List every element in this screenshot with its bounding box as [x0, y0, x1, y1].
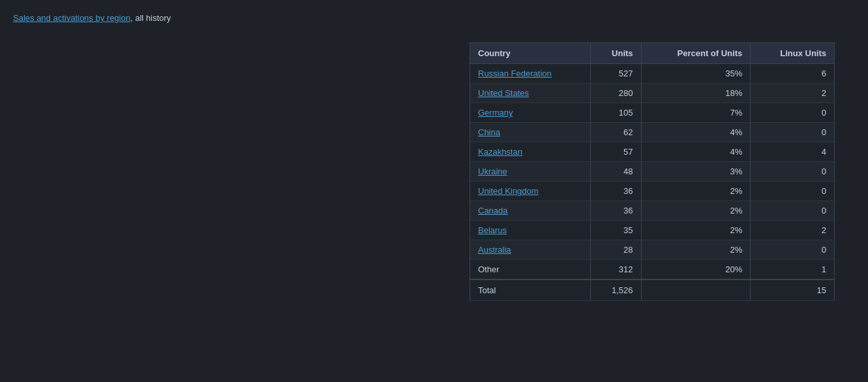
region-table: Country Units Percent of Units Linux Uni…: [470, 42, 835, 301]
cell-percent: 7%: [641, 103, 751, 123]
cell-units: 35: [591, 221, 641, 240]
country-link[interactable]: Russian Federation: [478, 69, 552, 78]
cell-linux: 0: [751, 123, 835, 142]
cell-linux: 0: [751, 201, 835, 221]
country-link[interactable]: Kazakhstan: [478, 147, 522, 157]
cell-linux: 0: [751, 103, 835, 123]
total-units: 1,526: [591, 279, 641, 301]
table-row: United States28018%2: [470, 84, 835, 103]
cell-percent: 3%: [641, 162, 751, 182]
cell-linux: 0: [751, 182, 835, 201]
table-total-row: Total1,52615: [470, 279, 835, 301]
cell-units: 28: [591, 240, 641, 260]
table-row: Australia282%0: [470, 240, 835, 260]
cell-country[interactable]: Canada: [470, 201, 591, 221]
cell-country[interactable]: Germany: [470, 103, 591, 123]
total-label: Total: [470, 279, 591, 301]
table-row: Canada362%0: [470, 201, 835, 221]
cell-country: Other: [470, 260, 591, 280]
table-header-row: Country Units Percent of Units Linux Uni…: [470, 43, 835, 64]
country-link[interactable]: United States: [478, 88, 529, 98]
table-row: Belarus352%2: [470, 221, 835, 240]
cell-country[interactable]: China: [470, 123, 591, 142]
total-linux: 15: [751, 279, 835, 301]
cell-country[interactable]: Ukraine: [470, 162, 591, 182]
sales-activations-link[interactable]: Sales and activations by region: [13, 13, 130, 23]
table-container: Country Units Percent of Units Linux Uni…: [470, 42, 855, 301]
cell-units: 280: [591, 84, 641, 103]
table-row: Other31220%1: [470, 260, 835, 280]
cell-units: 48: [591, 162, 641, 182]
cell-country[interactable]: Australia: [470, 240, 591, 260]
cell-units: 36: [591, 182, 641, 201]
cell-units: 312: [591, 260, 641, 280]
cell-percent: 35%: [641, 64, 751, 84]
country-link[interactable]: Belarus: [478, 225, 507, 235]
country-link[interactable]: Australia: [478, 245, 511, 255]
cell-country[interactable]: Russian Federation: [470, 64, 591, 84]
page-header: Sales and activations by region, all his…: [13, 13, 855, 23]
table-row: United Kingdom362%0: [470, 182, 835, 201]
cell-percent: 2%: [641, 201, 751, 221]
cell-linux: 0: [751, 240, 835, 260]
cell-linux: 2: [751, 84, 835, 103]
cell-linux: 1: [751, 260, 835, 280]
cell-percent: 20%: [641, 260, 751, 280]
col-units: Units: [591, 43, 641, 64]
cell-linux: 4: [751, 142, 835, 162]
cell-units: 527: [591, 64, 641, 84]
cell-percent: 2%: [641, 221, 751, 240]
col-percent: Percent of Units: [641, 43, 751, 64]
table-row: Germany1057%0: [470, 103, 835, 123]
country-link[interactable]: Ukraine: [478, 167, 507, 176]
table-row: China624%0: [470, 123, 835, 142]
cell-country[interactable]: Belarus: [470, 221, 591, 240]
header-suffix: , all history: [130, 13, 171, 23]
country-link[interactable]: Germany: [478, 108, 513, 118]
cell-linux: 0: [751, 162, 835, 182]
cell-units: 36: [591, 201, 641, 221]
cell-linux: 2: [751, 221, 835, 240]
total-percent: [641, 279, 751, 301]
cell-units: 57: [591, 142, 641, 162]
country-link[interactable]: Canada: [478, 206, 508, 215]
cell-country[interactable]: United Kingdom: [470, 182, 591, 201]
cell-linux: 6: [751, 64, 835, 84]
country-link[interactable]: United Kingdom: [478, 186, 539, 196]
table-row: Ukraine483%0: [470, 162, 835, 182]
cell-units: 105: [591, 103, 641, 123]
cell-percent: 4%: [641, 123, 751, 142]
cell-percent: 2%: [641, 240, 751, 260]
col-country: Country: [470, 43, 591, 64]
cell-country[interactable]: Kazakhstan: [470, 142, 591, 162]
cell-units: 62: [591, 123, 641, 142]
cell-percent: 18%: [641, 84, 751, 103]
cell-percent: 2%: [641, 182, 751, 201]
cell-country[interactable]: United States: [470, 84, 591, 103]
country-link[interactable]: China: [478, 127, 500, 137]
table-row: Kazakhstan574%4: [470, 142, 835, 162]
col-linux: Linux Units: [751, 43, 835, 64]
cell-percent: 4%: [641, 142, 751, 162]
table-row: Russian Federation52735%6: [470, 64, 835, 84]
